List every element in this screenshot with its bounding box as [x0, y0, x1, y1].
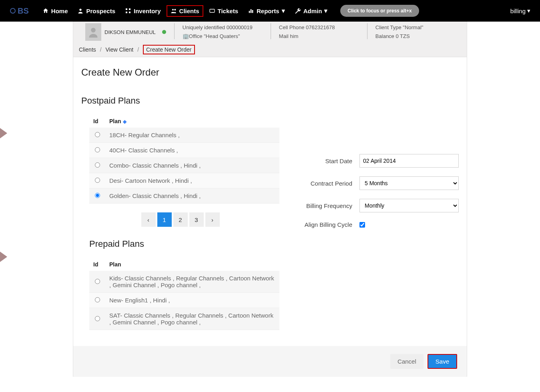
user-menu-label: billing [510, 8, 526, 14]
prepaid-title: Prepaid Plans [89, 239, 279, 249]
svg-rect-4 [126, 12, 127, 13]
breadcrumb-clients[interactable]: Clients [79, 46, 96, 53]
client-unique: Uniquely identified 000000019 [183, 23, 263, 32]
cancel-button[interactable]: Cancel [390, 354, 424, 369]
page-2[interactable]: 2 [173, 212, 188, 227]
plan-radio[interactable] [95, 193, 100, 198]
svg-point-6 [172, 9, 174, 10]
breadcrumb-sep: / [100, 46, 102, 53]
nav-admin[interactable]: Admin▾ [291, 5, 332, 17]
col-plan[interactable]: Plan◆ [105, 115, 279, 128]
billing-frequency-select[interactable]: Monthly [359, 199, 459, 212]
svg-point-7 [174, 9, 176, 10]
left-drawer-handle-2[interactable] [0, 252, 7, 262]
svg-rect-3 [129, 8, 130, 10]
ticket-icon [209, 8, 215, 14]
postpaid-table: Id Plan◆ 18CH- Regular Channels ,40CH- C… [89, 115, 279, 204]
nav-clients[interactable]: Clients [167, 5, 203, 17]
col-id[interactable]: Id [89, 258, 105, 271]
table-row[interactable]: 40CH- Classic Channels , [89, 143, 279, 158]
table-row[interactable]: 18CH- Regular Channels , [89, 128, 279, 143]
sort-icon: ◆ [123, 119, 126, 124]
align-billing-checkbox[interactable] [359, 222, 365, 228]
nav-inventory[interactable]: Inventory [121, 5, 165, 17]
col-plan[interactable]: Plan [105, 258, 279, 271]
avatar [85, 23, 101, 41]
plan-radio[interactable] [95, 279, 100, 284]
plan-radio[interactable] [95, 316, 100, 321]
divider [367, 23, 367, 39]
svg-rect-2 [126, 8, 127, 10]
plan-label: New- English1 , Hindi , [105, 293, 279, 308]
table-row[interactable]: SAT- Classic Channels , Regular Channels… [89, 308, 279, 330]
plan-label: 18CH- Regular Channels , [105, 128, 279, 143]
client-contact-col: Cell Phone 0762321678 Mail him [279, 23, 359, 41]
plan-label: Combo- Classic Channels , Hindi , [105, 158, 279, 173]
nav-tickets[interactable]: Tickets [205, 5, 242, 17]
page-next[interactable]: › [205, 212, 220, 227]
start-date-input[interactable] [359, 154, 459, 168]
plan-radio[interactable] [95, 297, 100, 302]
plan-label: 40CH- Classic Channels , [105, 143, 279, 158]
breadcrumb-current: Create New Order [143, 45, 195, 54]
plan-label: Golden- Classic Channels , Hindi , [105, 188, 279, 204]
building-icon: 🏢 [183, 32, 187, 41]
page-prev[interactable]: ‹ [141, 212, 156, 227]
client-balance: Balance 0 TZS [375, 32, 456, 41]
left-drawer-handle-1[interactable] [0, 128, 7, 138]
plan-radio[interactable] [95, 147, 100, 152]
table-row[interactable]: Combo- Classic Channels , Hindi , [89, 158, 279, 173]
plan-radio[interactable] [95, 178, 100, 183]
page-title: Create New Order [81, 67, 459, 78]
nav-home[interactable]: Home [38, 5, 72, 17]
col-id[interactable]: Id [89, 115, 105, 128]
nav-reports[interactable]: Reports▾ [244, 5, 289, 17]
divider [174, 23, 175, 39]
align-billing-label: Align Billing Cycle [295, 221, 359, 228]
svg-rect-10 [251, 9, 252, 13]
home-icon [42, 8, 49, 14]
nav-reports-label: Reports [257, 8, 279, 14]
save-button[interactable]: Save [428, 354, 457, 369]
breadcrumb-sep: / [137, 46, 139, 53]
table-row[interactable]: Golden- Classic Channels , Hindi , [89, 188, 279, 204]
user-menu[interactable]: billing▾ [510, 7, 530, 14]
grid-icon [125, 8, 131, 14]
search-focus-pill[interactable]: Click to focus or press alt+x [340, 5, 419, 17]
svg-point-0 [10, 8, 15, 13]
search-pill-label: Click to focus or press alt+x [347, 8, 412, 14]
table-row[interactable]: Desi- Cartoon Network , Hindi , [89, 173, 279, 188]
nav-prospects[interactable]: Prospects [73, 5, 119, 17]
wrench-icon [295, 8, 301, 14]
chart-icon [248, 8, 254, 14]
mail-link[interactable]: Mail him [279, 33, 298, 39]
brand-logo[interactable]: BS [10, 6, 29, 16]
contract-period-label: Contract Period [295, 180, 359, 187]
nav-home-label: Home [51, 8, 68, 14]
caret-down-icon: ▾ [282, 7, 285, 14]
nav-inventory-label: Inventory [134, 8, 161, 14]
plan-radio[interactable] [95, 132, 100, 137]
svg-point-12 [91, 28, 96, 33]
plan-label: Kids- Classic Channels , Regular Channel… [105, 271, 279, 293]
client-office: Office "Head Quaters" [189, 33, 240, 39]
contract-period-select[interactable]: 5 Months [359, 176, 459, 190]
svg-rect-9 [249, 11, 250, 13]
table-row[interactable]: Kids- Classic Channels , Regular Channel… [89, 271, 279, 293]
table-row[interactable]: New- English1 , Hindi , [89, 293, 279, 308]
plan-radio[interactable] [95, 162, 100, 168]
users-icon [171, 8, 177, 14]
divider [271, 23, 271, 39]
breadcrumb: Clients / View Client / Create New Order [73, 43, 467, 57]
client-type: Client Type "Normal" [375, 23, 456, 32]
page-1[interactable]: 1 [157, 212, 172, 227]
client-id-col: Uniquely identified 000000019 🏢Office "H… [183, 23, 263, 41]
brand-text: BS [18, 6, 29, 16]
svg-point-1 [80, 9, 82, 11]
page-3[interactable]: 3 [189, 212, 204, 227]
plan-label: SAT- Classic Channels , Regular Channels… [105, 308, 279, 330]
content-area: Create New Order Postpaid Plans Id Plan◆… [73, 57, 467, 346]
breadcrumb-view-client[interactable]: View Client [105, 46, 133, 53]
order-form: Start Date Contract Period 5 Months Bill… [295, 90, 459, 330]
client-cell: Cell Phone 0762321678 [279, 23, 359, 32]
